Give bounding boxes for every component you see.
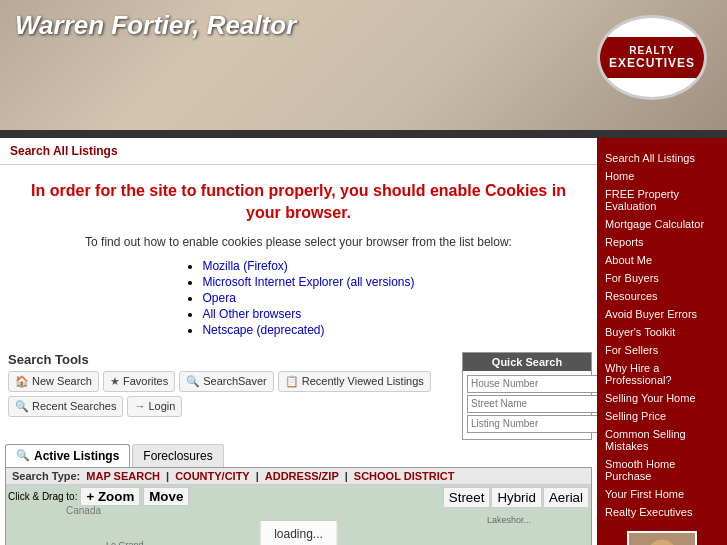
sidebar-item-reports[interactable]: Reports bbox=[597, 233, 727, 251]
tab-foreclosures[interactable]: Foreclosures bbox=[132, 444, 223, 467]
favorites-label: Favorites bbox=[123, 375, 168, 387]
agent-photo-area: Warren Fortier (559) 492-8882 Email Warr… bbox=[597, 521, 727, 545]
search-tools-label: Search Tools bbox=[8, 352, 454, 367]
school-district-link[interactable]: SCHOOL DISTRICT bbox=[354, 470, 455, 482]
login-icon: → bbox=[134, 400, 145, 412]
aerial-view-button[interactable]: Aerial bbox=[543, 487, 589, 508]
quick-search-title: Quick Search bbox=[463, 353, 591, 371]
le-grand-map-label: Le Grand bbox=[106, 540, 144, 545]
search-all-listings-bar: Search All Listings bbox=[0, 138, 597, 165]
sidebar-item-selling-home[interactable]: Selling Your Home bbox=[597, 389, 727, 407]
recent-searches-button[interactable]: 🔍 Recent Searches bbox=[8, 396, 123, 417]
sidebar-item-for-sellers[interactable]: For Sellers bbox=[597, 341, 727, 359]
cookie-warning-message: In order for the site to function proper… bbox=[20, 180, 577, 225]
sidebar-item-first-home[interactable]: Your First Home bbox=[597, 485, 727, 503]
sidebar-item-avoid-errors[interactable]: Avoid Buyer Errors bbox=[597, 305, 727, 323]
sidebar-item-common-mistakes[interactable]: Common Selling Mistakes bbox=[597, 425, 727, 455]
logo-area: REALTY EXECUTIVES bbox=[597, 15, 707, 100]
sidebar-item-why-hire[interactable]: Why Hire a Professional? bbox=[597, 359, 727, 389]
foreclosures-label: Foreclosures bbox=[143, 449, 212, 463]
cookie-warning: In order for the site to function proper… bbox=[0, 165, 597, 344]
browser-list: Mozilla (Firefox) Microsoft Internet Exp… bbox=[202, 257, 414, 339]
sidebar-item-home[interactable]: Home bbox=[597, 167, 727, 185]
agent-portrait bbox=[629, 531, 695, 545]
map-search-link[interactable]: MAP SEARCH bbox=[86, 470, 160, 482]
sidebar-item-mortgage[interactable]: Mortgage Calculator bbox=[597, 215, 727, 233]
house-number-input[interactable] bbox=[467, 375, 602, 393]
dark-bar bbox=[0, 130, 727, 138]
agent-photo bbox=[627, 531, 697, 545]
map-loading-overlay: loading... bbox=[259, 520, 338, 545]
new-search-button[interactable]: 🏠 New Search bbox=[8, 371, 99, 392]
sidebar-item-smooth-purchase[interactable]: Smooth Home Purchase bbox=[597, 455, 727, 485]
active-listings-icon: 🔍 bbox=[16, 449, 30, 462]
listing-number-input[interactable] bbox=[467, 415, 602, 433]
loading-message: loading... bbox=[274, 527, 323, 541]
browser-link-other[interactable]: All Other browsers bbox=[202, 307, 301, 321]
browser-link-opera[interactable]: Opera bbox=[202, 291, 235, 305]
map-container: Search Type: MAP SEARCH | COUNTY/CITY | … bbox=[5, 467, 592, 545]
map-view-buttons: Street Hybrid Aerial bbox=[443, 487, 589, 508]
quick-search-row-street: Go bbox=[467, 395, 587, 413]
login-button[interactable]: → Login bbox=[127, 396, 182, 417]
browser-link-netscape[interactable]: Netscape (deprecated) bbox=[202, 323, 324, 337]
street-name-input[interactable] bbox=[467, 395, 602, 413]
quick-search-panel: Quick Search Go Go Go bbox=[462, 352, 592, 440]
sidebar-item-free-eval[interactable]: FREE Property Evaluation bbox=[597, 185, 727, 215]
site-title: Warren Fortier, Realtor bbox=[15, 10, 296, 41]
searchsaver-label: SearchSaver bbox=[203, 375, 267, 387]
list-item: Mozilla (Firefox) bbox=[202, 259, 414, 273]
sidebar: Search All Listings Home FREE Property E… bbox=[597, 138, 727, 545]
active-listings-label: Active Listings bbox=[34, 449, 119, 463]
sidebar-item-search-all[interactable]: Search All Listings bbox=[597, 149, 727, 167]
search-type-label: Search Type: bbox=[12, 470, 80, 482]
tab-active-listings[interactable]: 🔍 Active Listings bbox=[5, 444, 130, 467]
recently-viewed-button[interactable]: 📋 Recently Viewed Listings bbox=[278, 371, 431, 392]
sidebar-item-selling-price[interactable]: Selling Price bbox=[597, 407, 727, 425]
searchsaver-button[interactable]: 🔍 SearchSaver bbox=[179, 371, 274, 392]
logo-line1: REALTY bbox=[609, 45, 695, 56]
list-item: All Other browsers bbox=[202, 307, 414, 321]
zoom-button[interactable]: + Zoom bbox=[80, 487, 140, 506]
header: Warren Fortier, Realtor REALTY EXECUTIVE… bbox=[0, 0, 727, 130]
street-view-button[interactable]: Street bbox=[443, 487, 491, 508]
browser-link-firefox[interactable]: Mozilla (Firefox) bbox=[202, 259, 287, 273]
search-icon: 🔍 bbox=[15, 400, 29, 413]
sidebar-item-buyers-toolkit[interactable]: Buyer's Toolkit bbox=[597, 323, 727, 341]
sidebar-item-about[interactable]: About Me bbox=[597, 251, 727, 269]
list-icon: 📋 bbox=[285, 375, 299, 388]
main-layout: Search All Listings In order for the sit… bbox=[0, 138, 727, 545]
realty-executives-logo: REALTY EXECUTIVES bbox=[597, 35, 707, 80]
search-all-listings-link[interactable]: Search All Listings bbox=[10, 144, 118, 158]
cookie-sub-message: To find out how to enable cookies please… bbox=[20, 235, 577, 249]
search-tools-area: Search Tools 🏠 New Search ★ Favorites 🔍 … bbox=[0, 344, 597, 440]
tools-buttons: 🏠 New Search ★ Favorites 🔍 SearchSaver 📋… bbox=[8, 371, 454, 417]
recent-searches-label: Recent Searches bbox=[32, 400, 116, 412]
quick-search-form: Go Go Go bbox=[463, 371, 591, 439]
favorites-button[interactable]: ★ Favorites bbox=[103, 371, 175, 392]
county-city-link[interactable]: COUNTY/CITY bbox=[175, 470, 250, 482]
map-zoom-controls: Click & Drag to: + Zoom Move bbox=[8, 487, 189, 506]
login-label: Login bbox=[148, 400, 175, 412]
list-item: Microsoft Internet Explorer (all version… bbox=[202, 275, 414, 289]
address-zip-link[interactable]: ADDRESS/ZIP bbox=[265, 470, 339, 482]
searchsaver-icon: 🔍 bbox=[186, 375, 200, 388]
canada-map-label: Canada bbox=[66, 505, 101, 516]
sidebar-item-realty-exec[interactable]: Realty Executives bbox=[597, 503, 727, 521]
search-tools-left: Search Tools 🏠 New Search ★ Favorites 🔍 … bbox=[0, 352, 462, 417]
move-button[interactable]: Move bbox=[143, 487, 189, 506]
list-item: Opera bbox=[202, 291, 414, 305]
listing-tabs: 🔍 Active Listings Foreclosures bbox=[5, 444, 592, 467]
sidebar-item-resources[interactable]: Resources bbox=[597, 287, 727, 305]
star-icon: ★ bbox=[110, 375, 120, 388]
recently-viewed-label: Recently Viewed Listings bbox=[302, 375, 424, 387]
quick-search-row-listing: Go bbox=[467, 415, 587, 433]
sidebar-item-for-buyers[interactable]: For Buyers bbox=[597, 269, 727, 287]
logo-line2: EXECUTIVES bbox=[609, 56, 695, 70]
main-content: Search All Listings In order for the sit… bbox=[0, 138, 597, 545]
tabs-area: 🔍 Active Listings Foreclosures bbox=[0, 440, 597, 467]
browser-link-ie[interactable]: Microsoft Internet Explorer (all version… bbox=[202, 275, 414, 289]
hybrid-view-button[interactable]: Hybrid bbox=[491, 487, 542, 508]
map-body: Click & Drag to: + Zoom Move Street Hybr… bbox=[6, 485, 591, 545]
list-item: Netscape (deprecated) bbox=[202, 323, 414, 337]
